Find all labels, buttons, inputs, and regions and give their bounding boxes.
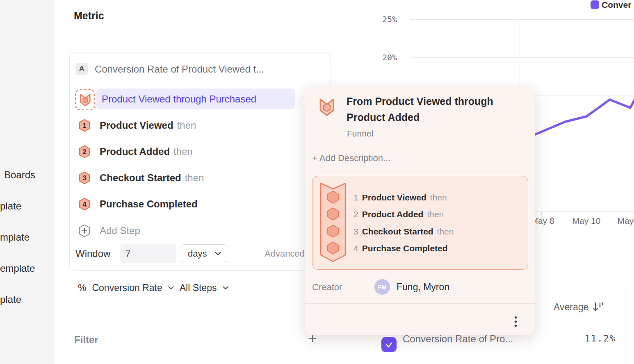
add-step-label: Add Step	[100, 225, 140, 237]
advanced-link[interactable]: Advanced	[265, 248, 305, 259]
sidebar-item-template-4[interactable]: plate	[0, 294, 21, 305]
funnel-step-row-2[interactable]: 2 Product Addedthen	[75, 142, 321, 161]
checkmark-icon	[384, 340, 394, 350]
app-root: Conver 25% 20% May 8 May 10 May 12 Avera…	[0, 0, 634, 364]
popover-step-4: 4Purchase Completed	[353, 243, 452, 254]
add-step-hexagon-plus-icon	[79, 224, 90, 237]
step-4-hexagon-badge: 4	[79, 198, 90, 211]
add-step-button[interactable]: Add Step	[75, 221, 321, 240]
creator-avatar: FM	[374, 279, 390, 295]
funnel-icon	[80, 93, 91, 107]
add-description-link[interactable]: + Add Description...	[312, 153, 390, 164]
funnel-step-row-4[interactable]: 4 Purchase Completed	[75, 195, 321, 214]
measured-as-row: % Conversion Rate All Steps	[78, 281, 228, 294]
row-checkbox-checked[interactable]	[381, 337, 397, 352]
window-input[interactable]: 7	[120, 244, 176, 263]
sidebar-item-template-2[interactable]: mplate	[0, 232, 30, 243]
svg-text:3: 3	[82, 174, 86, 182]
filter-section-heading: Filter	[74, 334, 98, 346]
sidebar-item-template-1[interactable]: plate	[0, 200, 21, 212]
step-2-hexagon-badge: 2	[79, 145, 90, 158]
series-a-badge: A	[75, 63, 88, 75]
funnel-details-popover: From Product Viewed through Product Adde…	[305, 86, 535, 335]
funnel-icon-box[interactable]	[75, 89, 95, 110]
svg-text:4: 4	[82, 200, 87, 208]
table-header-average[interactable]: Average	[554, 301, 603, 313]
step-3-hexagon-badge: 3	[79, 171, 90, 184]
creator-name: Fung, Myron	[397, 282, 449, 293]
svg-text:1: 1	[82, 122, 86, 130]
popover-type-label: Funnel	[347, 129, 373, 139]
selected-funnel-label: Product Viewed through Purchased	[102, 93, 256, 105]
all-steps-dropdown[interactable]: All Steps	[180, 282, 217, 293]
popover-step-3: 3Checkout Startedthen	[353, 226, 454, 237]
window-unit-select[interactable]: days	[181, 244, 227, 263]
conversion-rate-dropdown[interactable]: Conversion Rate	[92, 282, 162, 293]
kebab-menu-icon[interactable]	[512, 314, 519, 329]
table-row-border	[353, 354, 625, 354]
percent-symbol: %	[78, 282, 86, 293]
conversion-line	[535, 97, 634, 134]
table-column-divider	[625, 287, 625, 364]
chevron-down-icon[interactable]	[168, 286, 174, 290]
popover-step-1: 1Product Viewedthen	[353, 192, 447, 203]
chevron-down-icon[interactable]	[223, 286, 228, 290]
funnel-step-row-1[interactable]: 1 Product Viewedthen	[75, 116, 321, 135]
sidebar-item-template-3[interactable]: emplate	[0, 263, 35, 274]
popover-title: From Product Viewed through Product Adde…	[347, 93, 511, 125]
step-1-hexagon-badge: 1	[79, 119, 90, 132]
popover-step-2: 2Product Addedthen	[353, 209, 444, 220]
chevron-down-icon	[215, 252, 221, 256]
funnel-steps-box: 1Product Viewedthen 2Product Addedthen 3…	[312, 176, 528, 270]
svg-text:2: 2	[82, 148, 86, 156]
funnel-banner-icon	[319, 182, 347, 263]
sidebar-item-boards[interactable]: Boards	[4, 169, 35, 181]
funnel-icon	[319, 98, 335, 116]
sidebar-divider	[0, 121, 47, 121]
metric-section-heading: Metric	[74, 10, 104, 22]
creator-label: Creator	[312, 282, 342, 293]
table-row-average-value: 11.2%	[566, 333, 616, 344]
sort-descending-icon[interactable]	[593, 301, 603, 313]
popover-footer-divider	[305, 303, 535, 304]
left-sidebar	[0, 0, 54, 364]
window-label: Window	[75, 248, 110, 259]
selected-funnel-pill[interactable]: Product Viewed through Purchased	[96, 89, 295, 109]
series-title[interactable]: Conversion Rate of Product Viewed t...	[95, 64, 264, 75]
funnel-step-row-3[interactable]: 3 Checkout Startedthen	[75, 168, 321, 187]
section-divider	[70, 304, 346, 304]
